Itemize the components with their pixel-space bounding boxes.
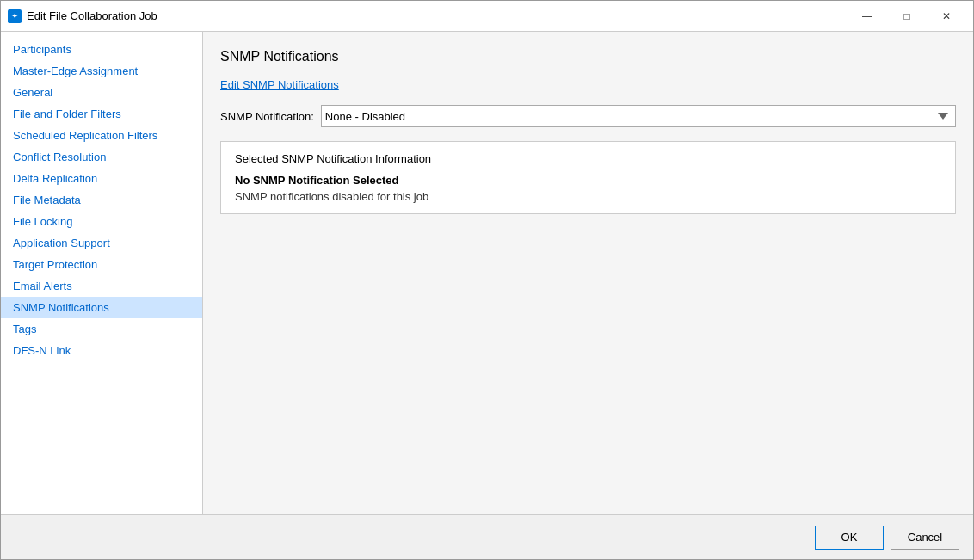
info-box-title: No SNMP Notification Selected <box>235 174 941 187</box>
sidebar-item-target-protection[interactable]: Target Protection <box>1 254 202 275</box>
sidebar-item-application-support[interactable]: Application Support <box>1 232 202 254</box>
content-area: SNMP Notifications Edit SNMP Notificatio… <box>203 32 973 514</box>
sidebar-item-delta-replication[interactable]: Delta Replication <box>1 168 202 189</box>
minimize-button[interactable]: — <box>848 3 887 29</box>
sidebar-item-dfs-n-link[interactable]: DFS-N Link <box>1 340 202 361</box>
sidebar-item-scheduled-replication[interactable]: Scheduled Replication Filters <box>1 125 202 146</box>
snmp-notification-row: SNMP Notification: None - Disabled <box>220 105 956 127</box>
snmp-info-box: Selected SNMP Notification Information N… <box>220 141 956 214</box>
main-window: ✦ Edit File Collaboration Job — □ ✕ Part… <box>0 0 974 560</box>
maximize-button[interactable]: □ <box>887 3 927 29</box>
window-title: Edit File Collaboration Job <box>27 9 848 22</box>
sidebar-item-file-folder-filters[interactable]: File and Folder Filters <box>1 103 202 125</box>
main-content: ParticipantsMaster-Edge AssignmentGenera… <box>1 32 973 514</box>
close-button[interactable]: ✕ <box>927 3 966 29</box>
sidebar-item-file-metadata[interactable]: File Metadata <box>1 189 202 211</box>
sidebar-item-master-edge[interactable]: Master-Edge Assignment <box>1 60 202 82</box>
window-controls: — □ ✕ <box>848 3 966 29</box>
window-icon: ✦ <box>8 9 22 23</box>
title-bar: ✦ Edit File Collaboration Job — □ ✕ <box>1 1 973 32</box>
sidebar-item-conflict-resolution[interactable]: Conflict Resolution <box>1 146 202 168</box>
snmp-notification-select[interactable]: None - Disabled <box>321 105 956 127</box>
content-title: SNMP Notifications <box>220 49 956 65</box>
sidebar-item-snmp-notifications[interactable]: SNMP Notifications <box>1 297 202 318</box>
sidebar-item-general[interactable]: General <box>1 82 202 103</box>
info-box-text: SNMP notifications disabled for this job <box>235 190 941 203</box>
sidebar: ParticipantsMaster-Edge AssignmentGenera… <box>1 32 203 514</box>
sidebar-item-tags[interactable]: Tags <box>1 318 202 340</box>
sidebar-item-file-locking[interactable]: File Locking <box>1 211 202 232</box>
edit-snmp-link[interactable]: Edit SNMP Notifications <box>220 78 956 91</box>
info-box-header: Selected SNMP Notification Information <box>235 152 941 165</box>
sidebar-item-participants[interactable]: Participants <box>1 39 202 60</box>
cancel-button[interactable]: Cancel <box>891 526 959 550</box>
sidebar-item-email-alerts[interactable]: Email Alerts <box>1 275 202 297</box>
ok-button[interactable]: OK <box>815 526 884 550</box>
footer: OK Cancel <box>1 514 973 559</box>
snmp-notification-label: SNMP Notification: <box>220 110 314 123</box>
